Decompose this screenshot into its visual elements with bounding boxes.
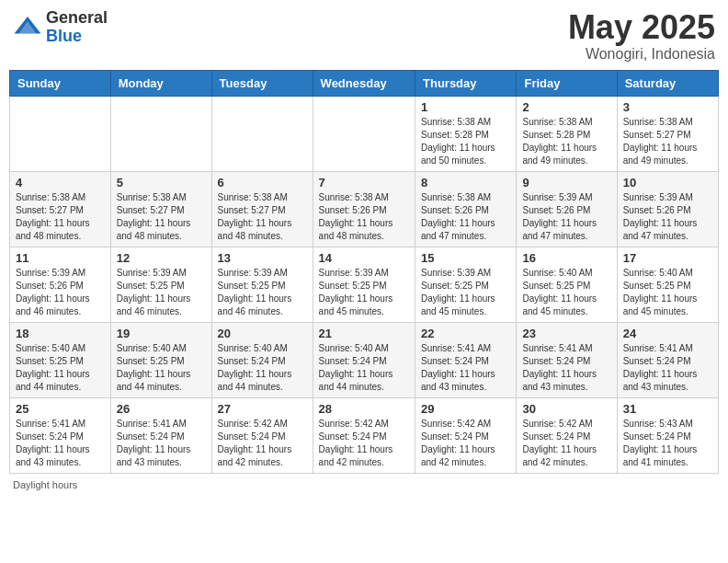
column-header-tuesday: Tuesday	[211, 70, 313, 96]
day-number: 30	[522, 402, 610, 416]
logo-icon	[13, 13, 42, 42]
day-number: 2	[522, 100, 610, 114]
logo-general-text: General	[46, 9, 108, 28]
calendar-cell: 19Sunrise: 5:40 AM Sunset: 5:25 PM Dayli…	[110, 322, 211, 397]
calendar-cell: 2Sunrise: 5:38 AM Sunset: 5:28 PM Daylig…	[517, 96, 617, 171]
column-header-friday: Friday	[517, 70, 617, 96]
calendar-cell: 28Sunrise: 5:42 AM Sunset: 5:24 PM Dayli…	[313, 397, 415, 473]
column-header-sunday: Sunday	[10, 70, 111, 96]
day-number: 22	[421, 327, 510, 340]
calendar-table: SundayMondayTuesdayWednesdayThursdayFrid…	[9, 70, 719, 474]
calendar-cell: 5Sunrise: 5:38 AM Sunset: 5:27 PM Daylig…	[110, 171, 211, 247]
calendar-cell: 13Sunrise: 5:39 AM Sunset: 5:25 PM Dayli…	[211, 247, 313, 322]
day-number: 12	[117, 251, 206, 265]
day-number: 24	[623, 327, 712, 340]
calendar-cell: 27Sunrise: 5:42 AM Sunset: 5:24 PM Dayli…	[211, 397, 313, 473]
calendar-cell: 8Sunrise: 5:38 AM Sunset: 5:26 PM Daylig…	[415, 171, 517, 247]
day-number: 17	[623, 251, 712, 265]
calendar-cell: 25Sunrise: 5:41 AM Sunset: 5:24 PM Dayli…	[10, 397, 111, 473]
day-info: Sunrise: 5:40 AM Sunset: 5:24 PM Dayligh…	[319, 342, 409, 394]
day-info: Sunrise: 5:38 AM Sunset: 5:27 PM Dayligh…	[16, 191, 105, 243]
calendar-cell: 4Sunrise: 5:38 AM Sunset: 5:27 PM Daylig…	[10, 171, 111, 247]
day-number: 1	[421, 100, 510, 114]
logo-blue-text: Blue	[46, 28, 108, 46]
day-info: Sunrise: 5:40 AM Sunset: 5:24 PM Dayligh…	[218, 342, 307, 394]
day-info: Sunrise: 5:38 AM Sunset: 5:26 PM Dayligh…	[421, 191, 510, 243]
day-number: 25	[16, 402, 105, 416]
calendar-cell: 11Sunrise: 5:39 AM Sunset: 5:26 PM Dayli…	[10, 247, 111, 322]
day-number: 23	[522, 327, 610, 340]
day-number: 11	[16, 251, 105, 265]
calendar-cell: 6Sunrise: 5:38 AM Sunset: 5:27 PM Daylig…	[211, 171, 313, 247]
day-number: 7	[319, 176, 409, 190]
day-number: 26	[117, 402, 206, 416]
calendar-cell: 31Sunrise: 5:43 AM Sunset: 5:24 PM Dayli…	[617, 397, 718, 473]
day-info: Sunrise: 5:41 AM Sunset: 5:24 PM Dayligh…	[421, 342, 510, 394]
day-info: Sunrise: 5:42 AM Sunset: 5:24 PM Dayligh…	[319, 418, 409, 469]
location: Wonogiri, Indonesia	[568, 46, 715, 63]
day-info: Sunrise: 5:38 AM Sunset: 5:28 PM Dayligh…	[421, 116, 510, 167]
calendar-cell: 9Sunrise: 5:39 AM Sunset: 5:26 PM Daylig…	[517, 171, 617, 247]
calendar-cell	[10, 96, 111, 171]
day-info: Sunrise: 5:42 AM Sunset: 5:24 PM Dayligh…	[522, 418, 610, 469]
day-info: Sunrise: 5:40 AM Sunset: 5:25 PM Dayligh…	[117, 342, 206, 394]
day-info: Sunrise: 5:38 AM Sunset: 5:27 PM Dayligh…	[117, 191, 206, 243]
daylight-label: Daylight hours	[13, 479, 77, 490]
day-number: 29	[421, 402, 510, 416]
calendar-week-row: 11Sunrise: 5:39 AM Sunset: 5:26 PM Dayli…	[10, 247, 719, 322]
day-info: Sunrise: 5:42 AM Sunset: 5:24 PM Dayligh…	[421, 418, 510, 469]
calendar-cell: 3Sunrise: 5:38 AM Sunset: 5:27 PM Daylig…	[617, 96, 718, 171]
day-info: Sunrise: 5:39 AM Sunset: 5:26 PM Dayligh…	[623, 191, 712, 243]
day-info: Sunrise: 5:43 AM Sunset: 5:24 PM Dayligh…	[623, 418, 712, 469]
day-number: 27	[218, 402, 307, 416]
day-info: Sunrise: 5:38 AM Sunset: 5:27 PM Dayligh…	[623, 116, 712, 167]
day-info: Sunrise: 5:40 AM Sunset: 5:25 PM Dayligh…	[623, 267, 712, 318]
day-number: 10	[623, 176, 712, 190]
day-info: Sunrise: 5:40 AM Sunset: 5:25 PM Dayligh…	[522, 267, 610, 318]
calendar-cell: 12Sunrise: 5:39 AM Sunset: 5:25 PM Dayli…	[110, 247, 211, 322]
logo-text: General Blue	[46, 9, 108, 46]
day-number: 15	[421, 251, 510, 265]
day-number: 13	[218, 251, 307, 265]
day-info: Sunrise: 5:40 AM Sunset: 5:25 PM Dayligh…	[16, 342, 105, 394]
calendar-cell	[211, 96, 313, 171]
column-header-saturday: Saturday	[617, 70, 718, 96]
logo: General Blue	[13, 9, 108, 46]
day-info: Sunrise: 5:38 AM Sunset: 5:26 PM Dayligh…	[319, 191, 409, 243]
calendar-cell: 20Sunrise: 5:40 AM Sunset: 5:24 PM Dayli…	[211, 322, 313, 397]
day-info: Sunrise: 5:39 AM Sunset: 5:25 PM Dayligh…	[421, 267, 510, 318]
calendar-cell	[313, 96, 415, 171]
calendar-header-row: SundayMondayTuesdayWednesdayThursdayFrid…	[10, 70, 719, 96]
day-info: Sunrise: 5:39 AM Sunset: 5:25 PM Dayligh…	[218, 267, 307, 318]
month-title: May 2025	[568, 9, 715, 46]
calendar-week-row: 1Sunrise: 5:38 AM Sunset: 5:28 PM Daylig…	[10, 96, 719, 171]
day-number: 9	[522, 176, 610, 190]
calendar-cell: 29Sunrise: 5:42 AM Sunset: 5:24 PM Dayli…	[415, 397, 517, 473]
calendar-week-row: 4Sunrise: 5:38 AM Sunset: 5:27 PM Daylig…	[10, 171, 719, 247]
calendar-cell: 7Sunrise: 5:38 AM Sunset: 5:26 PM Daylig…	[313, 171, 415, 247]
calendar-cell: 1Sunrise: 5:38 AM Sunset: 5:28 PM Daylig…	[415, 96, 517, 171]
column-header-wednesday: Wednesday	[313, 70, 415, 96]
footer-note: Daylight hours	[9, 479, 719, 490]
day-info: Sunrise: 5:41 AM Sunset: 5:24 PM Dayligh…	[117, 418, 206, 469]
day-number: 14	[319, 251, 409, 265]
calendar-cell	[110, 96, 211, 171]
day-info: Sunrise: 5:39 AM Sunset: 5:25 PM Dayligh…	[117, 267, 206, 318]
page-header: General Blue May 2025 Wonogiri, Indonesi…	[9, 9, 719, 63]
day-info: Sunrise: 5:41 AM Sunset: 5:24 PM Dayligh…	[522, 342, 610, 394]
calendar-cell: 14Sunrise: 5:39 AM Sunset: 5:25 PM Dayli…	[313, 247, 415, 322]
day-number: 3	[623, 100, 712, 114]
day-info: Sunrise: 5:38 AM Sunset: 5:28 PM Dayligh…	[522, 116, 610, 167]
title-section: May 2025 Wonogiri, Indonesia	[568, 9, 715, 63]
day-number: 4	[16, 176, 105, 190]
day-info: Sunrise: 5:42 AM Sunset: 5:24 PM Dayligh…	[218, 418, 307, 469]
calendar-cell: 26Sunrise: 5:41 AM Sunset: 5:24 PM Dayli…	[110, 397, 211, 473]
day-info: Sunrise: 5:39 AM Sunset: 5:26 PM Dayligh…	[16, 267, 105, 318]
day-number: 21	[319, 327, 409, 340]
day-info: Sunrise: 5:38 AM Sunset: 5:27 PM Dayligh…	[218, 191, 307, 243]
day-number: 31	[623, 402, 712, 416]
calendar-cell: 16Sunrise: 5:40 AM Sunset: 5:25 PM Dayli…	[517, 247, 617, 322]
calendar-cell: 22Sunrise: 5:41 AM Sunset: 5:24 PM Dayli…	[415, 322, 517, 397]
day-number: 19	[117, 327, 206, 340]
day-number: 28	[319, 402, 409, 416]
